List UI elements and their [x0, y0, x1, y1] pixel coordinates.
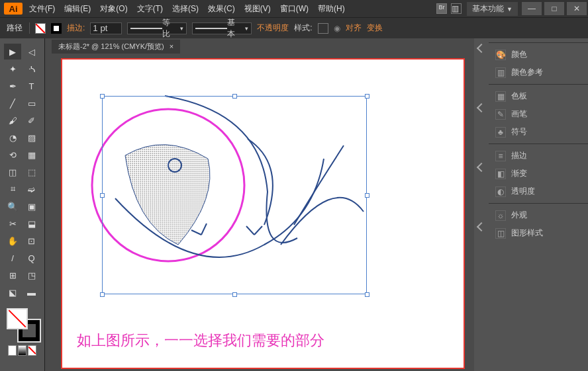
collapse-arrow-icon[interactable]: [477, 163, 486, 172]
fill-swatch[interactable]: [35, 23, 46, 34]
tool-2[interactable]: ✦: [4, 61, 21, 77]
selection-handle[interactable]: [232, 94, 237, 99]
fill-stroke-control[interactable]: [7, 308, 40, 341]
minimize-button[interactable]: —: [522, 2, 542, 15]
tool-20[interactable]: ✂: [4, 216, 21, 231]
maximize-button[interactable]: □: [544, 2, 564, 15]
tool-27[interactable]: ◳: [23, 267, 40, 283]
tool-16[interactable]: ⌗: [4, 181, 21, 197]
tool-5[interactable]: T: [23, 78, 40, 94]
color-mode-icon[interactable]: [8, 345, 17, 356]
toolbox: ▶◁✦ᔀ✒T╱▭🖌✐◔▨⟲▦◫⬚⌗➫🔍▣✂⬓✋⊡/Q⊞◳⬕▬: [0, 38, 45, 371]
menu-对象[interactable]: 对象(O): [100, 3, 127, 15]
tool-28[interactable]: ⬕: [4, 284, 21, 300]
panel-icon: ◧: [495, 169, 506, 179]
tool-1[interactable]: ◁: [23, 44, 40, 60]
tool-10[interactable]: ◔: [4, 130, 21, 145]
tool-24[interactable]: /: [4, 250, 21, 266]
stroke-weight-label: 描边:: [67, 22, 85, 34]
align-label[interactable]: 对齐: [346, 22, 362, 34]
selection-type-label: 路径: [7, 22, 30, 34]
selection-handle[interactable]: [100, 94, 105, 99]
recolor-icon[interactable]: ◉: [334, 24, 340, 33]
tool-17[interactable]: ➫: [23, 181, 40, 197]
panel-颜色[interactable]: 🎨颜色: [489, 46, 588, 63]
tool-13[interactable]: ▦: [23, 147, 40, 163]
tool-11[interactable]: ▨: [23, 130, 40, 145]
panel-label: 颜色参考: [511, 67, 543, 78]
workspace-dropdown[interactable]: 基本功能▼: [467, 2, 518, 16]
selection-handle[interactable]: [100, 292, 105, 297]
tool-21[interactable]: ⬓: [23, 216, 40, 231]
selection-handle[interactable]: [232, 292, 237, 297]
close-tab-icon[interactable]: ×: [170, 42, 173, 50]
panel-图形样式[interactable]: ◫图形样式: [489, 224, 588, 242]
panel-dock-collapse: [474, 38, 489, 371]
panel-icon: ▦: [495, 91, 506, 102]
collapse-arrow-icon[interactable]: [477, 222, 486, 231]
panel-画笔[interactable]: ✎画笔: [489, 105, 588, 123]
menu-选择[interactable]: 选择(S): [172, 3, 199, 15]
collapse-arrow-icon[interactable]: [477, 103, 486, 112]
panel-描边[interactable]: ≡描边: [489, 147, 588, 165]
tool-12[interactable]: ⟲: [4, 147, 21, 163]
style-swatch[interactable]: [318, 23, 328, 34]
panel-透明度[interactable]: ◐透明度: [489, 183, 588, 200]
tool-7[interactable]: ▭: [23, 95, 40, 111]
tool-18[interactable]: 🔍: [4, 198, 21, 214]
tool-26[interactable]: ⊞: [4, 267, 21, 283]
document-tab[interactable]: 未标题-2* @ 121% (CMYK/预览)×: [52, 40, 180, 54]
panel-色板[interactable]: ▦色板: [489, 87, 588, 105]
tool-15[interactable]: ⬚: [23, 164, 40, 180]
menu-帮助[interactable]: 帮助(H): [318, 3, 345, 15]
panel-icon: ☼: [495, 210, 506, 221]
tool-6[interactable]: ╱: [4, 95, 21, 111]
fill-color[interactable]: [7, 308, 28, 329]
panel-渐变[interactable]: ◧渐变: [489, 165, 588, 183]
stroke-swatch[interactable]: [51, 23, 62, 34]
tool-9[interactable]: ✐: [23, 112, 40, 128]
tool-3[interactable]: ᔀ: [23, 61, 40, 77]
menu-文件[interactable]: 文件(F): [29, 3, 55, 15]
instruction-text: 如上图所示，一一选择我们需要的部分: [77, 331, 324, 350]
panel-label: 透明度: [511, 186, 535, 197]
panel-颜色参考[interactable]: ▥颜色参考: [489, 63, 588, 81]
arrange-icon[interactable]: ▥: [451, 3, 462, 14]
bridge-icon[interactable]: Br: [436, 3, 447, 14]
selection-handle[interactable]: [365, 94, 369, 99]
brush-select[interactable]: 基本▾: [192, 22, 252, 34]
artboard[interactable]: 如上图所示，一一选择我们需要的部分: [61, 58, 465, 369]
stroke-weight-input[interactable]: [90, 22, 122, 34]
menu-效果[interactable]: 效果(C): [208, 3, 235, 15]
gradient-mode-icon[interactable]: [18, 345, 26, 356]
panel-符号[interactable]: ♣符号: [489, 123, 588, 141]
tool-25[interactable]: Q: [23, 250, 40, 266]
menu-文字[interactable]: 文字(T): [137, 3, 163, 15]
selection-box[interactable]: [102, 96, 367, 294]
panel-label: 画笔: [511, 108, 527, 120]
profile-select[interactable]: 等比▾: [127, 22, 187, 34]
panel-icon: ◐: [495, 186, 506, 197]
panel-外观[interactable]: ☼外观: [489, 206, 588, 224]
menu-编辑[interactable]: 编辑(E): [64, 3, 91, 15]
tool-23[interactable]: ⊡: [23, 233, 40, 249]
collapse-arrow-icon[interactable]: [477, 44, 486, 53]
selection-handle[interactable]: [100, 193, 105, 198]
panel-label: 描边: [511, 150, 527, 161]
panel-icon: ♣: [495, 127, 506, 138]
tool-19[interactable]: ▣: [23, 198, 40, 214]
close-button[interactable]: ✕: [567, 2, 587, 15]
tool-4[interactable]: ✒: [4, 78, 21, 94]
tool-14[interactable]: ◫: [4, 164, 21, 180]
panel-label: 符号: [511, 126, 527, 138]
tool-22[interactable]: ✋: [4, 233, 21, 249]
tool-29[interactable]: ▬: [23, 284, 40, 300]
selection-handle[interactable]: [365, 193, 369, 198]
tool-0[interactable]: ▶: [4, 44, 21, 60]
transform-label[interactable]: 变换: [367, 22, 383, 34]
none-mode-icon[interactable]: [28, 345, 36, 356]
selection-handle[interactable]: [365, 292, 369, 297]
tool-8[interactable]: 🖌: [4, 112, 21, 128]
menu-窗口[interactable]: 窗口(W): [280, 3, 309, 15]
menu-视图[interactable]: 视图(V): [244, 3, 271, 15]
